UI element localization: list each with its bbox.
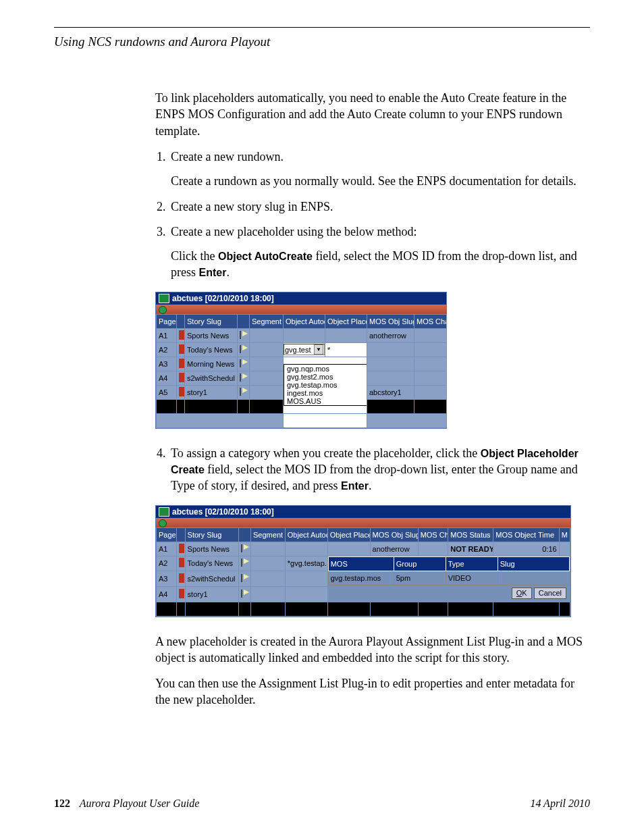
window-titlebar: abctues [02/10/2010 18:00] <box>156 292 446 305</box>
window-icon <box>159 507 169 517</box>
window-toolbar <box>156 518 570 527</box>
popup-header-slug: Slug <box>498 556 569 571</box>
dropdown-option[interactable]: gvg.nqp.mos <box>284 365 367 373</box>
page-number: 122 <box>54 798 70 809</box>
toolbar-status-icon <box>159 306 167 314</box>
autocreate-dropdown-list[interactable]: gvg.nqp.mos gvg.test2.mos gvg.testap.mos… <box>284 364 367 406</box>
window-title: abctues [02/10/2010 18:00] <box>172 507 274 517</box>
table-row[interactable]: A1 Sports News anotherrow <box>157 328 447 342</box>
section-header: Using NCS rundowns and Aurora Playout <box>54 34 590 49</box>
dropdown-option[interactable]: gvg.testap.mos <box>284 381 367 389</box>
table-row <box>157 602 570 616</box>
placeholder-create-popup: MOS Group Type Slug gvg.testap.mos 5pm V… <box>328 556 570 602</box>
dropdown-option[interactable]: MOS.AUS <box>284 397 367 405</box>
dropdown-option[interactable]: ingest.mos <box>284 389 367 397</box>
step-4: To assign a category when you create the… <box>169 445 590 494</box>
popup-header-group: Group <box>394 556 446 571</box>
table-row <box>157 413 447 427</box>
step-3-instruction: Click the Object AutoCreate field, selec… <box>171 248 590 281</box>
story-flag-icon <box>240 345 250 353</box>
footer-doc-title: Aurora Playout User Guide <box>80 798 200 809</box>
rundown-table: Page Story Slug Segment Object Autocreat… <box>156 527 570 617</box>
popup-header-type: Type <box>446 556 498 571</box>
step-1: Create a new rundown. Create a rundown a… <box>169 149 590 190</box>
story-flag-icon <box>240 373 250 382</box>
story-flag-icon <box>241 544 251 552</box>
enps-rundown-window-1: abctues [02/10/2010 18:00] Page Story Sl… <box>155 292 447 429</box>
popup-header-mos: MOS <box>328 556 394 571</box>
popup-type-input[interactable]: VIDEO <box>446 571 498 585</box>
table-header-row: Page Story Slug Segment Object Autocreat… <box>157 314 447 328</box>
table-row[interactable]: A2 Today's News *gvg.testap. MOS Group T… <box>157 556 570 571</box>
table-header-row: Page Story Slug Segment Object Autocreat… <box>157 527 570 542</box>
steps-list: Create a new rundown. Create a rundown a… <box>155 149 590 281</box>
table-row[interactable]: A2 Today's News gvg.test ▼ * <box>157 342 447 357</box>
story-flag-icon <box>241 558 251 567</box>
steps-list-continued: To assign a category when you create the… <box>155 445 590 494</box>
story-flag-icon <box>240 331 250 339</box>
footer-date: 14 April 2010 <box>530 798 590 810</box>
intro-paragraph: To link placeholders automatically, you … <box>155 90 590 139</box>
story-flag-icon <box>241 590 251 598</box>
popup-mos-input[interactable]: gvg.testap.mos <box>328 571 394 585</box>
step-2: Create a new story slug in ENPS. <box>169 199 590 215</box>
dropdown-option[interactable]: gvg.test2.mos <box>284 373 367 381</box>
outro-paragraph-1: A new placeholder is created in the Auro… <box>155 633 590 667</box>
step-3: Create a new placeholder using the below… <box>169 224 590 281</box>
story-flag-icon <box>240 388 250 396</box>
object-autocreate-dropdown[interactable]: gvg.test ▼ <box>284 344 325 355</box>
outro-paragraph-2: You can then use the Assignment List Plu… <box>155 675 590 708</box>
cancel-button[interactable]: Cancel <box>534 588 566 599</box>
story-flag-icon <box>241 574 251 582</box>
window-toolbar <box>156 305 446 314</box>
rundown-table: Page Story Slug Segment Object Autocreat… <box>156 314 447 428</box>
table-row[interactable]: A1 Sports News anotherrow NOT READY 0:16 <box>157 542 570 556</box>
window-title: abctues [02/10/2010 18:00] <box>172 294 274 303</box>
toolbar-status-icon <box>159 519 167 527</box>
popup-group-input[interactable]: 5pm <box>394 571 446 585</box>
story-flag-icon <box>240 359 250 367</box>
popup-slug-input[interactable] <box>498 571 569 585</box>
window-titlebar: abctues [02/10/2010 18:00] <box>156 506 570 518</box>
page-footer: 122 Aurora Playout User Guide 14 April 2… <box>54 798 590 810</box>
chevron-down-icon[interactable]: ▼ <box>314 344 323 355</box>
ok-button[interactable]: OK <box>512 588 532 599</box>
step-1-sub: Create a rundown as you normally would. … <box>171 173 590 189</box>
enps-rundown-window-2: abctues [02/10/2010 18:00] Page Story Sl… <box>155 505 571 617</box>
table-row[interactable]: A3 Morning News gvg.nqp.mos gvg.test2.mo… <box>157 357 447 371</box>
mos-status-cell: NOT READY <box>448 542 493 556</box>
window-icon <box>159 294 169 303</box>
